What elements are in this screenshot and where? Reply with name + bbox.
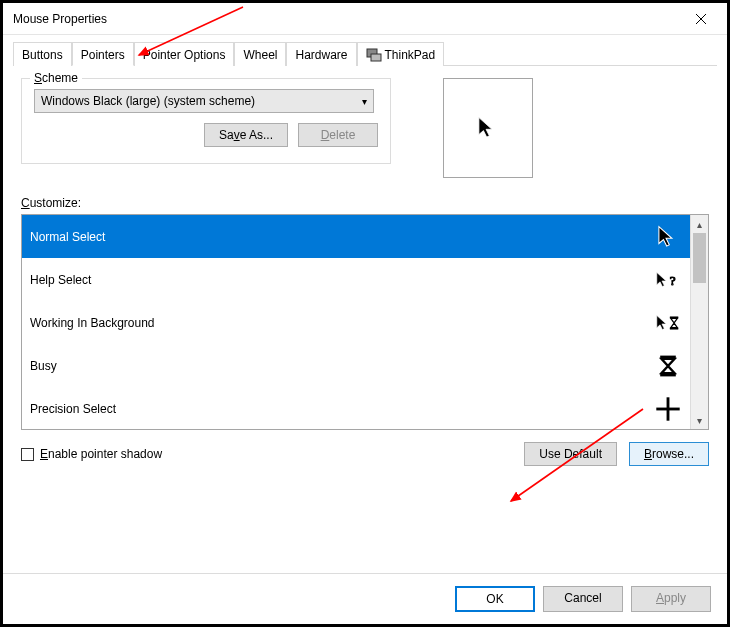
scroll-up-icon[interactable]: ▴ <box>691 215 708 233</box>
tab-label: Pointers <box>81 48 125 62</box>
tab-hardware[interactable]: Hardware <box>286 42 356 66</box>
tab-label: ThinkPad <box>385 48 436 62</box>
list-item-busy[interactable]: Busy <box>22 344 690 387</box>
window-title: Mouse Properties <box>13 12 107 26</box>
tab-wheel[interactable]: Wheel <box>234 42 286 66</box>
list-item-help-select[interactable]: Help Select ? <box>22 258 690 301</box>
list-item-label: Help Select <box>30 273 91 287</box>
scroll-thumb[interactable] <box>693 233 706 283</box>
button-label: Use Default <box>539 447 602 461</box>
tab-pointer-options[interactable]: Pointer Options <box>134 42 235 66</box>
list-item-precision-select[interactable]: Precision Select <box>22 387 690 429</box>
thinkpad-icon <box>366 47 382 63</box>
list-item-label: Normal Select <box>30 230 105 244</box>
list-item-label: Precision Select <box>30 402 116 416</box>
tab-label: Hardware <box>295 48 347 62</box>
cursor-preview <box>443 78 533 178</box>
tab-thinkpad[interactable]: ThinkPad <box>357 42 445 66</box>
list-item-label: Busy <box>30 359 57 373</box>
mouse-properties-window: Mouse Properties Buttons Pointers Pointe… <box>0 0 730 627</box>
scroll-track[interactable] <box>691 233 708 411</box>
list-item-label: Working In Background <box>30 316 155 330</box>
tab-strip: Buttons Pointers Pointer Options Wheel H… <box>3 35 727 66</box>
tab-label: Buttons <box>22 48 63 62</box>
customize-label: Customize: <box>21 196 709 210</box>
svg-rect-3 <box>371 54 381 61</box>
button-label: OK <box>486 592 503 606</box>
browse-button[interactable]: Browse... <box>629 442 709 466</box>
svg-text:?: ? <box>670 272 676 287</box>
button-label: Cancel <box>564 591 601 605</box>
cursor-arrow-icon <box>654 223 682 251</box>
dialog-footer: OK Cancel Apply <box>3 573 727 624</box>
cursor-arrow-hourglass-icon <box>654 309 682 337</box>
scroll-down-icon[interactable]: ▾ <box>691 411 708 429</box>
chevron-down-icon: ▾ <box>362 96 367 107</box>
scheme-legend: Scheme <box>30 71 82 85</box>
tab-pointers[interactable]: Pointers <box>72 42 134 66</box>
cursor-crosshair-icon <box>654 395 682 423</box>
apply-button[interactable]: Apply <box>631 586 711 612</box>
tab-label: Pointer Options <box>143 48 226 62</box>
delete-button[interactable]: Delete <box>298 123 378 147</box>
scheme-select[interactable]: Windows Black (large) (system scheme) ▾ <box>34 89 374 113</box>
checkbox-box <box>21 448 34 461</box>
tab-content: Scheme Windows Black (large) (system sch… <box>3 66 727 573</box>
use-default-button[interactable]: Use Default <box>524 442 617 466</box>
checkbox-label: Enable pointer shadow <box>40 447 162 461</box>
close-button[interactable] <box>685 7 717 31</box>
titlebar: Mouse Properties <box>3 3 727 35</box>
close-icon <box>695 13 707 25</box>
cursor-arrow-help-icon: ? <box>654 266 682 294</box>
cursor-arrow-icon <box>475 115 501 141</box>
cancel-button[interactable]: Cancel <box>543 586 623 612</box>
scheme-group: Scheme Windows Black (large) (system sch… <box>21 78 391 164</box>
list-item-working-background[interactable]: Working In Background <box>22 301 690 344</box>
list-item-normal-select[interactable]: Normal Select <box>22 215 690 258</box>
enable-shadow-checkbox[interactable]: Enable pointer shadow <box>21 447 162 461</box>
tab-label: Wheel <box>243 48 277 62</box>
tab-buttons[interactable]: Buttons <box>13 42 72 66</box>
save-as-button[interactable]: Save As... <box>204 123 288 147</box>
cursor-hourglass-icon <box>654 352 682 380</box>
ok-button[interactable]: OK <box>455 586 535 612</box>
scheme-selected-value: Windows Black (large) (system scheme) <box>41 94 255 108</box>
cursor-listbox[interactable]: Normal Select Help Select ? Working In B… <box>21 214 709 430</box>
listbox-scrollbar[interactable]: ▴ ▾ <box>690 215 708 429</box>
